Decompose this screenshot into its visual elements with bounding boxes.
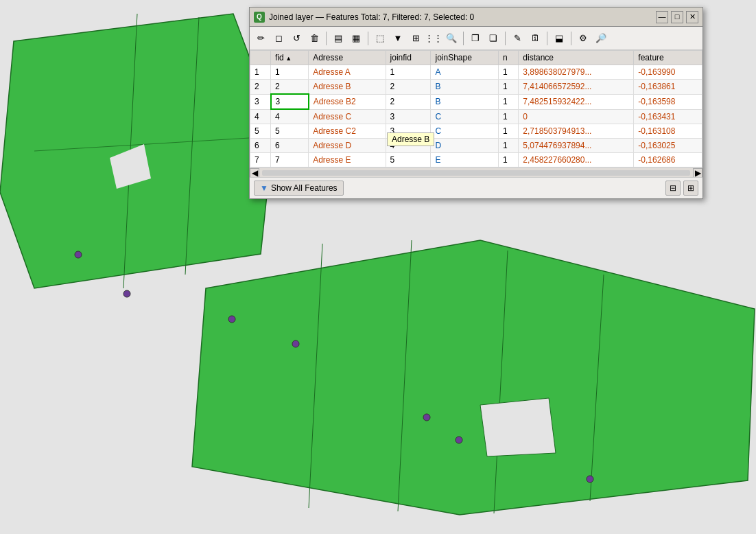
table-cell[interactable]: -0,162686 (634, 153, 702, 167)
table-cell[interactable]: 7,414066572592... (519, 80, 634, 95)
table-cell[interactable]: 5 (386, 153, 431, 167)
table-cell[interactable]: 5 (271, 124, 309, 139)
table-cell[interactable]: 3 (386, 109, 431, 124)
col-header-joinfid[interactable]: joinfid (386, 51, 431, 65)
scroll-track[interactable] (262, 170, 690, 176)
table-cell[interactable]: -0,163431 (634, 109, 702, 124)
table-row[interactable]: 77Adresse E5E12,458227660280...-0,162686 (250, 153, 702, 167)
table-cell[interactable]: 4 (250, 109, 271, 124)
table-cell[interactable]: 2 (386, 80, 431, 95)
scroll-right-btn[interactable]: ▶ (693, 168, 702, 178)
table-cell[interactable]: 1 (386, 65, 431, 80)
table-row[interactable]: 11Adresse A1A13,898638027979...-0,163990 (250, 65, 702, 80)
table-cell[interactable]: 7,482515932422... (519, 94, 634, 109)
table-row[interactable]: 22Adresse B2B17,414066572592...-0,163861 (250, 80, 702, 95)
select2-icon[interactable]: ⬚ (372, 30, 388, 47)
table-cell[interactable]: 1 (499, 80, 519, 95)
table-cell[interactable]: 1 (499, 153, 519, 167)
table-cell[interactable]: 5,074476937894... (519, 139, 634, 153)
col-header-distance[interactable]: distance (519, 51, 634, 65)
table2-icon[interactable]: ▦ (348, 30, 364, 47)
table-cell[interactable]: 3 (386, 124, 431, 139)
search-icon[interactable]: 🔎 (593, 30, 609, 47)
table-cell[interactable]: 6 (271, 139, 309, 153)
delete-icon[interactable]: 🗑 (306, 30, 322, 47)
col-header-adresse[interactable]: Adresse (309, 51, 386, 65)
table-cell[interactable]: -0,163598 (634, 94, 702, 109)
table-cell[interactable]: 1 (250, 65, 271, 80)
attribute-table-container[interactable]: fid Adresse joinfid joinShape n distance… (250, 50, 702, 167)
table-cell[interactable]: 6 (250, 139, 271, 153)
table-cell[interactable]: 4 (386, 139, 431, 153)
table-cell[interactable]: Adresse B (309, 80, 386, 95)
toggle-dock-button[interactable]: ⊟ (665, 181, 681, 196)
table-cell[interactable]: -0,163025 (634, 139, 702, 153)
horizontal-scrollbar[interactable]: ◀ ▶ (250, 167, 702, 177)
table-cell[interactable]: -0,163861 (634, 80, 702, 95)
table-cell[interactable]: B (431, 94, 499, 109)
minimize-button[interactable]: — (656, 11, 668, 23)
table-row[interactable]: 66Adresse D4D15,074476937894...-0,163025 (250, 139, 702, 153)
table-cell[interactable]: 2 (386, 94, 431, 109)
col-header-row-num[interactable] (250, 51, 271, 65)
table-cell[interactable]: 4 (271, 109, 309, 124)
filter-icon[interactable]: ▼ (390, 30, 406, 47)
table-cell[interactable]: B (431, 80, 499, 95)
select-icon[interactable]: ◻ (270, 30, 287, 47)
table1-icon[interactable]: ▤ (330, 30, 346, 47)
col-header-n[interactable]: n (499, 51, 519, 65)
table-cell[interactable]: C (431, 124, 499, 139)
table3-icon[interactable]: ⊞ (407, 30, 424, 47)
table-row[interactable]: 44Adresse C3C10-0,163431 (250, 109, 702, 124)
table-cell[interactable]: E (431, 153, 499, 167)
table-cell[interactable]: 2 (271, 80, 309, 95)
table-cell[interactable]: 3 (250, 94, 271, 109)
column-settings-button[interactable]: ⊞ (683, 181, 698, 196)
close-button[interactable]: ✕ (686, 11, 698, 23)
table-row[interactable]: 33Adresse B22B17,482515932422...-0,16359… (250, 94, 702, 109)
maximize-button[interactable]: □ (671, 11, 683, 23)
table-cell[interactable]: -0,163990 (634, 65, 702, 80)
col-header-joinshape[interactable]: joinShape (431, 51, 499, 65)
table-cell[interactable]: D (431, 139, 499, 153)
reload-icon[interactable]: ↺ (288, 30, 305, 47)
table-cell[interactable]: 2,458227660280... (519, 153, 634, 167)
table-cell[interactable]: Adresse C2 (309, 124, 386, 139)
copy1-icon[interactable]: ❐ (467, 30, 484, 47)
table-cell[interactable]: Adresse A (309, 65, 386, 80)
table-cell[interactable]: Adresse E (309, 153, 386, 167)
table-cell[interactable]: 3 (271, 94, 309, 109)
table-cell[interactable]: C (431, 109, 499, 124)
table-cell[interactable]: A (431, 65, 499, 80)
pencil2-icon[interactable]: ✎ (509, 30, 525, 47)
show-all-features-button[interactable]: ▼ Show All Features (254, 181, 344, 196)
table-cell[interactable]: 2 (250, 80, 271, 95)
copy3-icon[interactable]: ⬓ (551, 30, 567, 47)
table-cell[interactable]: 1 (499, 139, 519, 153)
table-cell[interactable]: 7 (271, 153, 309, 167)
table-cell[interactable]: 2,718503794913... (519, 124, 634, 139)
table-cell[interactable]: Adresse D (309, 139, 386, 153)
table-cell[interactable]: -0,163108 (634, 124, 702, 139)
edit-icon[interactable]: ✏ (252, 30, 269, 47)
table-cell[interactable]: 1 (499, 124, 519, 139)
table-cell[interactable]: 1 (499, 65, 519, 80)
copy2-icon[interactable]: ❏ (485, 30, 501, 47)
zoom-icon[interactable]: 🔍 (443, 30, 460, 47)
table-cell[interactable]: 1 (499, 94, 519, 109)
table-cell[interactable]: 0 (519, 109, 634, 124)
table-cell[interactable]: Adresse B2 (309, 94, 386, 109)
table-row[interactable]: 55Adresse C23C12,718503794913...-0,16310… (250, 124, 702, 139)
table-cell[interactable]: 5 (250, 124, 271, 139)
table-cell[interactable]: Adresse C (309, 109, 386, 124)
table-cell[interactable]: 1 (499, 109, 519, 124)
table-cell[interactable]: 1 (271, 65, 309, 80)
table-cell[interactable]: 3,898638027979... (519, 65, 634, 80)
scroll-left-btn[interactable]: ◀ (250, 168, 259, 178)
col-header-fid[interactable]: fid (271, 51, 309, 65)
calc-icon[interactable]: 🗓 (527, 30, 543, 47)
settings-icon[interactable]: ⚙ (575, 30, 591, 47)
grid-icon[interactable]: ⋮⋮ (425, 30, 442, 47)
col-header-feature[interactable]: feature (634, 51, 702, 65)
table-cell[interactable]: 7 (250, 153, 271, 167)
